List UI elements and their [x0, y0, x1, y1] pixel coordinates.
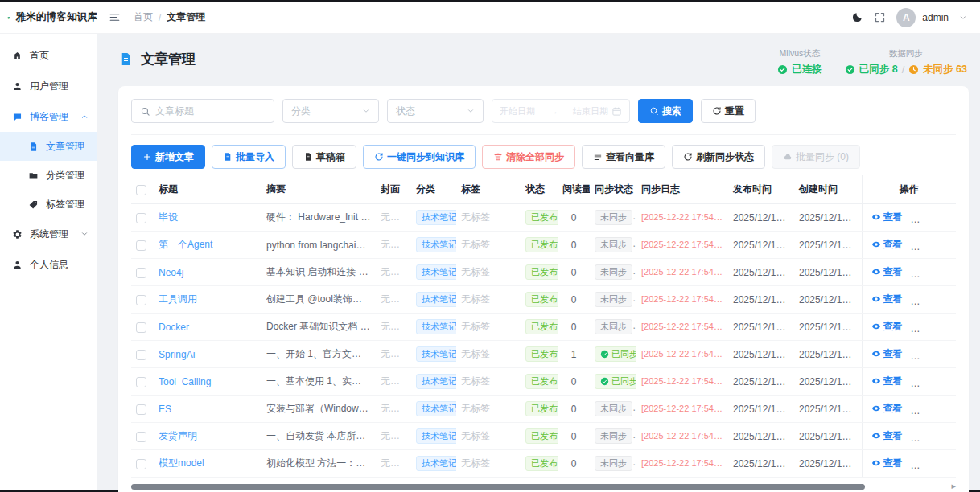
tag-cell: 无标签 — [456, 423, 521, 450]
sync-all-button[interactable]: 一键同步到知识库 — [363, 145, 476, 169]
date-range-picker[interactable]: 开始日期 → 结束日期 — [492, 99, 630, 123]
article-title-link[interactable]: SpringAi — [159, 349, 195, 360]
gear-icon — [950, 294, 957, 304]
article-summary: 基本知识 启动和连接 Neo4j ... — [261, 259, 376, 286]
row-checkbox[interactable] — [136, 432, 146, 442]
article-title-link[interactable]: 毕设 — [159, 211, 178, 223]
doc-icon — [118, 51, 134, 67]
sidebar-item-blog-management[interactable]: 博客管理 — [0, 101, 97, 132]
reset-button[interactable]: 重置 — [701, 99, 756, 123]
cover-cell: 无封面 — [376, 314, 411, 341]
gear-icon — [950, 267, 957, 277]
folder-icon — [28, 170, 39, 181]
refresh-sync-button[interactable]: 刷新同步状态 — [672, 145, 765, 169]
title-search-input[interactable] — [155, 105, 266, 117]
check-circle-icon — [845, 64, 855, 75]
sidebar-item-profile[interactable]: 个人信息 — [0, 249, 97, 280]
sync-log: [2025-12-22 17:54:34] 未同步 — [636, 314, 728, 341]
sidebar-collapse-icon[interactable] — [109, 11, 121, 23]
row-checkbox[interactable] — [136, 377, 146, 387]
view-button[interactable]: 查看 — [871, 238, 903, 252]
publish-time: 2025/12/19 11:34 — [728, 259, 794, 286]
sidebar-item-article-management[interactable]: 文章管理 — [0, 132, 97, 161]
row-status-button[interactable]: 状态 — [950, 320, 957, 334]
user-name[interactable]: admin — [922, 12, 949, 23]
article-title-link[interactable]: Tool_Calling — [159, 376, 211, 387]
row-checkbox[interactable] — [136, 295, 146, 305]
view-button[interactable]: 查看 — [871, 375, 903, 388]
row-checkbox[interactable] — [136, 268, 146, 278]
scrollbar-thumb[interactable] — [131, 484, 865, 490]
row-status-button[interactable]: 状态 — [950, 211, 957, 224]
select-all-checkbox[interactable] — [136, 185, 146, 195]
view-button[interactable]: 查看 — [871, 320, 903, 334]
sidebar-item-home[interactable]: 首页 — [0, 40, 97, 71]
batch-import-button[interactable]: 批量导入 — [212, 145, 286, 169]
category-select[interactable]: 分类 — [282, 99, 379, 123]
calendar-icon — [611, 106, 622, 117]
article-title-link[interactable]: ES — [159, 404, 171, 415]
moon-icon[interactable] — [851, 11, 863, 23]
fullscreen-icon[interactable] — [874, 11, 886, 23]
clear-sync-button[interactable]: 清除全部同步 — [482, 145, 575, 169]
sidebar-item-tag-management[interactable]: 标签管理 — [0, 190, 97, 219]
chevron-down-icon — [467, 107, 475, 115]
row-status-button[interactable]: 状态 — [950, 265, 957, 279]
view-button[interactable]: 查看 — [871, 211, 903, 224]
view-button[interactable]: 查看 — [871, 457, 903, 470]
chevron-down-icon — [362, 107, 370, 115]
view-button[interactable]: 查看 — [871, 265, 903, 279]
view-vector-button[interactable]: 查看向量库 — [582, 145, 665, 169]
eye-icon — [871, 404, 881, 413]
row-status-button[interactable]: 状态 — [950, 429, 957, 443]
horizontal-scrollbar[interactable]: ▸ — [131, 483, 956, 490]
views-count: 1 — [558, 341, 590, 368]
view-button[interactable]: 查看 — [871, 402, 903, 416]
refresh-icon — [683, 152, 693, 162]
view-button[interactable]: 查看 — [871, 347, 903, 361]
logo-icon — [7, 10, 10, 26]
gear-icon — [950, 349, 957, 359]
refresh-icon — [374, 152, 384, 162]
article-title-link[interactable]: Neo4j — [159, 267, 183, 278]
article-title-link[interactable]: 发货声明 — [159, 430, 197, 441]
drafts-button[interactable]: 草稿箱 — [292, 145, 356, 169]
row-status-button[interactable]: 状态 — [950, 402, 957, 416]
views-count: 0 — [558, 368, 590, 396]
category-badge: 技术笔记 — [416, 264, 456, 280]
trash-icon — [493, 152, 503, 162]
batch-sync-button[interactable]: 批量同步 (0) — [772, 145, 860, 169]
title-search-field[interactable] — [131, 99, 274, 123]
search-button[interactable]: 搜索 — [638, 99, 693, 123]
add-article-button[interactable]: 新增文章 — [131, 145, 205, 169]
breadcrumb-home[interactable]: 首页 — [134, 10, 153, 24]
avatar[interactable]: A — [896, 8, 916, 27]
sync-log: [2025-12-22 17:54:34] 已同步... — [636, 368, 728, 396]
row-status-button[interactable]: 状态 — [950, 375, 957, 388]
row-checkbox[interactable] — [136, 213, 146, 223]
article-title-link[interactable]: 模型model — [159, 457, 204, 469]
view-button[interactable]: 查看 — [871, 293, 903, 306]
status-select[interactable]: 状态 — [387, 99, 484, 123]
sidebar-item-system-management[interactable]: 系统管理 — [0, 219, 97, 249]
row-status-button[interactable]: 状态 — [950, 457, 957, 470]
sidebar-item-category-management[interactable]: 分类管理 — [0, 161, 97, 190]
row-checkbox[interactable] — [136, 459, 146, 469]
article-title-link[interactable]: Docker — [159, 322, 189, 333]
article-summary: 安装与部署（Windows） ES... — [261, 396, 376, 423]
user-menu-chevron-icon[interactable] — [959, 14, 967, 22]
row-checkbox[interactable] — [136, 350, 146, 360]
publish-time: 2025/12/19 11:34 — [728, 450, 794, 478]
sync-log: [2025-12-22 17:54:34] 未同步 — [636, 286, 728, 314]
article-title-link[interactable]: 第一个Agent — [159, 239, 212, 250]
row-status-button[interactable]: 状态 — [950, 347, 957, 361]
status-block: Milvus状态 已连接 数据同步 已同步 8 / — [777, 45, 967, 76]
row-status-button[interactable]: 状态 — [950, 238, 957, 252]
row-checkbox[interactable] — [136, 404, 146, 415]
view-button[interactable]: 查看 — [871, 429, 903, 443]
row-checkbox[interactable] — [136, 322, 146, 333]
article-title-link[interactable]: 工具调用 — [159, 293, 197, 305]
row-status-button[interactable]: 状态 — [950, 293, 957, 306]
row-checkbox[interactable] — [136, 240, 146, 251]
sidebar-item-user-management[interactable]: 用户管理 — [0, 71, 97, 101]
